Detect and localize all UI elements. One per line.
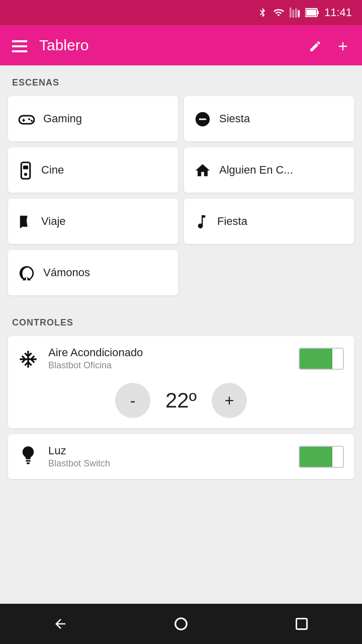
status-bar: 11:41: [0, 0, 362, 25]
app-title: Tablero: [39, 37, 309, 54]
recent-button[interactable]: [287, 609, 317, 639]
svg-rect-4: [12, 45, 27, 47]
ac-name: Aire Acondicionado: [48, 346, 143, 359]
app-bar: Tablero: [0, 25, 362, 65]
siesta-icon: [194, 110, 211, 128]
add-button[interactable]: [336, 37, 350, 53]
battery-icon: [305, 7, 319, 18]
home-button[interactable]: [166, 609, 196, 639]
viaje-label: Viaje: [41, 215, 66, 228]
ac-subname: Blastbot Oficina: [48, 360, 143, 371]
wifi-icon: [273, 7, 284, 18]
bulb-icon: [18, 445, 38, 469]
luz-toggle-off: [332, 447, 343, 467]
alguien-icon: [194, 161, 211, 179]
ac-text: Aire Acondicionado Blastbot Oficina: [48, 346, 143, 371]
scene-fiesta[interactable]: Fiesta: [184, 199, 354, 244]
ac-control-header: Aire Acondicionado Blastbot Oficina: [18, 346, 344, 371]
main-content: ESCENAS Gaming Siesta: [0, 65, 362, 604]
ac-info: Aire Acondicionado Blastbot Oficina: [18, 346, 143, 371]
luz-subname: Blastbot Switch: [48, 458, 110, 469]
svg-rect-1: [317, 11, 319, 14]
viaje-icon: [18, 212, 33, 230]
back-button[interactable]: [45, 609, 75, 639]
status-icons: 11:41: [257, 6, 352, 19]
svg-rect-15: [26, 460, 31, 461]
svg-rect-18: [297, 619, 307, 629]
svg-rect-2: [306, 10, 316, 16]
bottom-nav: [0, 604, 362, 644]
cine-icon: [18, 160, 33, 179]
scene-grid: Gaming Siesta Cine: [0, 96, 362, 295]
luz-name: Luz: [48, 444, 110, 457]
scene-gaming[interactable]: Gaming: [8, 96, 178, 141]
scene-viaje[interactable]: Viaje: [8, 199, 178, 244]
svg-rect-6: [19, 116, 34, 124]
svg-point-9: [28, 118, 30, 120]
ac-control-card: Aire Acondicionado Blastbot Oficina - 22…: [8, 336, 354, 428]
gaming-label: Gaming: [43, 112, 82, 125]
ac-toggle[interactable]: [299, 348, 344, 370]
scene-vamonos[interactable]: Vámonos: [8, 250, 178, 295]
temp-value: 22º: [165, 388, 197, 413]
svg-rect-16: [27, 462, 30, 464]
controls-section: CONTROLES Aire Acondicionado Blastbot Of…: [0, 305, 362, 479]
ac-temp-controls: - 22º +: [18, 383, 344, 418]
toggle-on-part: [300, 349, 332, 369]
svg-rect-12: [23, 166, 28, 170]
luz-toggle[interactable]: [299, 446, 344, 468]
snowflake-icon: [18, 348, 38, 369]
scene-cine[interactable]: Cine: [8, 147, 178, 193]
fiesta-icon: [194, 212, 209, 230]
scenes-section-label: ESCENAS: [0, 65, 362, 96]
svg-rect-8: [22, 120, 25, 121]
svg-rect-5: [12, 50, 27, 52]
signal-icon: [289, 7, 300, 18]
svg-point-17: [175, 618, 187, 630]
temp-minus-button[interactable]: -: [115, 383, 150, 418]
app-bar-actions: [309, 37, 350, 53]
svg-rect-3: [12, 40, 27, 42]
menu-button[interactable]: [12, 38, 27, 52]
svg-point-10: [31, 120, 33, 122]
luz-control-card: Luz Blastbot Switch: [8, 434, 354, 479]
alguien-label: Alguien En C...: [219, 164, 293, 177]
svg-point-13: [24, 173, 27, 176]
svg-rect-11: [21, 162, 30, 179]
bluetooth-icon: [257, 7, 268, 18]
luz-text: Luz Blastbot Switch: [48, 444, 110, 469]
controls-section-label: CONTROLES: [0, 305, 362, 336]
siesta-label: Siesta: [219, 112, 250, 125]
vamonos-label: Vámonos: [43, 266, 90, 279]
fiesta-label: Fiesta: [217, 215, 247, 228]
status-time: 11:41: [324, 6, 352, 19]
temp-plus-button[interactable]: +: [212, 383, 247, 418]
luz-info: Luz Blastbot Switch: [18, 444, 110, 469]
scene-siesta[interactable]: Siesta: [184, 96, 354, 141]
toggle-off-part: [332, 349, 343, 369]
cine-label: Cine: [41, 164, 64, 177]
scene-alguien[interactable]: Alguien En C...: [184, 147, 354, 193]
luz-control-header: Luz Blastbot Switch: [18, 444, 344, 469]
vamonos-icon: [18, 264, 35, 282]
edit-button[interactable]: [309, 37, 322, 53]
gaming-icon: [18, 110, 35, 127]
luz-toggle-on: [300, 447, 332, 467]
